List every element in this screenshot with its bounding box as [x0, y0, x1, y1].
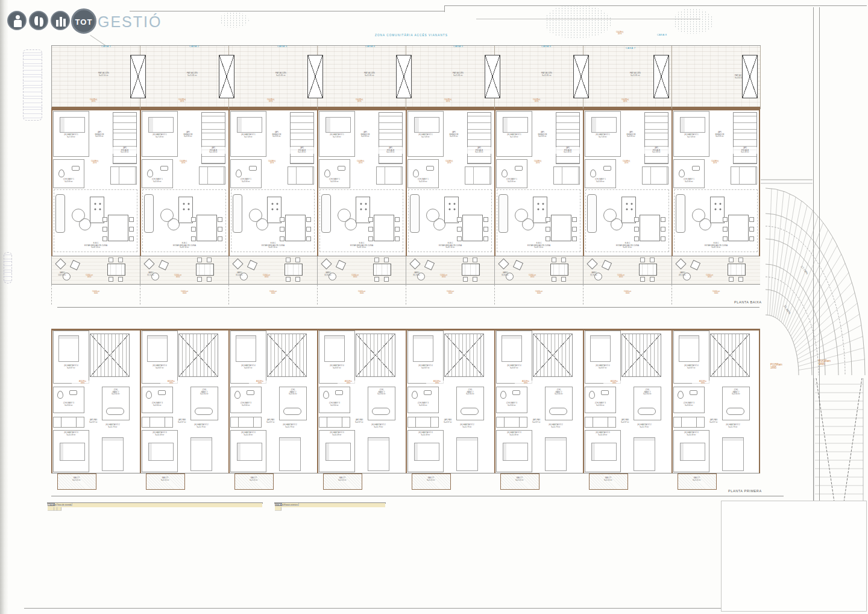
garden: JARDÍ 104.92 m² C030Lan 1650	[51, 256, 140, 285]
dimension-label: C030Lan 1650	[699, 274, 720, 279]
ramp-text: 17.79%	[800, 265, 810, 275]
ramp-line	[776, 197, 796, 318]
garden: JARDÍ 30.44 m² C030Lan 1650	[228, 256, 317, 285]
garden-label: JARDÍ 31.51 m²	[142, 272, 160, 276]
lounge-chair	[321, 258, 332, 269]
room-label-bany3: (CH) BANY 3 S=3.84 m²	[319, 402, 350, 407]
dimension-label: C030Lan 1650	[167, 274, 189, 279]
dining-table	[551, 215, 571, 241]
ramp-line	[793, 273, 849, 342]
bed	[148, 443, 174, 461]
room-label-habitacio1: (H) HABITACIÓ 1 S=7.09 m²	[409, 134, 442, 138]
sheet-border-bottom	[24, 608, 820, 609]
first-floor-unit: (H) HABITACIÓ 4 S=9.87 m² A315Pas 1895 (…	[140, 329, 228, 492]
staircase	[201, 112, 225, 164]
dimension-label: C040Lan 1640	[262, 291, 285, 295]
chair	[552, 258, 556, 262]
room-label-habitacio4: (H) HABITACIÓ 4 S=9.87 m²	[143, 365, 177, 369]
scan-edge-shadow	[0, 0, 8, 614]
lounge-chair	[159, 260, 169, 270]
bathroom-1	[319, 159, 350, 188]
toilet-icon	[679, 169, 685, 177]
room-label-pas: (AP) PAS S=4.97 m²	[85, 419, 102, 423]
room-label-escala: (AP) ESCALA S=5.38 m²	[377, 147, 404, 154]
bathtub-icon	[726, 408, 744, 415]
chair	[738, 258, 743, 262]
pati-acces-label: PATI ACCÉS S=21.85 m²	[265, 72, 297, 77]
dining-table	[374, 215, 394, 241]
ground-floor-unit: (H) HABITACIÓ 1 S=7.09 m² (AP) REBEDOR S…	[317, 109, 406, 305]
sink-icon	[601, 390, 609, 395]
armchair	[611, 218, 623, 230]
bathroom-1	[673, 159, 705, 188]
staircase-void	[178, 334, 218, 377]
pati-cell: PATI ACCÉS S=22.50 m²C002Pelj 1878	[52, 46, 140, 109]
chair	[218, 236, 222, 241]
chair	[463, 277, 468, 282]
toilet-icon	[413, 169, 419, 177]
dimension-label: C009Pelj 1878	[262, 160, 281, 165]
sofa	[676, 194, 685, 233]
dimension-label: C002Pelj 1878	[438, 99, 458, 103]
dimension-label: A315Pas 1895	[160, 381, 182, 385]
planter-box	[653, 55, 669, 98]
armchair	[79, 218, 91, 230]
chair	[561, 258, 566, 262]
planter-box	[307, 55, 323, 98]
room-label-habitacio2: (H) HABITACIÓ 2 S=11.79 m²	[444, 424, 490, 428]
room-label-rebedor: (AP) REBEDOR S=3.95 m²	[177, 131, 199, 138]
chair	[634, 217, 639, 222]
chair	[650, 258, 655, 262]
bed	[591, 117, 617, 133]
room-label-habitacio1: (H) HABITACIÓ 1 S=7.09 m²	[143, 134, 176, 138]
chair	[650, 277, 655, 282]
room-label-escala: (AP) ESCALA S=5.38 m²	[112, 147, 138, 154]
chair	[384, 258, 389, 262]
logo: TOT GESTIÓ	[4, 7, 154, 41]
sink-icon	[158, 390, 166, 395]
sofa	[498, 194, 508, 233]
bed	[368, 437, 389, 471]
toilet-icon	[57, 391, 63, 399]
sink-icon	[690, 390, 697, 395]
sink-icon	[512, 390, 520, 395]
sink-icon	[69, 390, 77, 395]
room-label-bany2: (CH) BANY 2 S=3.90 m²	[546, 389, 571, 396]
table-footer-row: Subtotal Tipus de vivenda734.04	[48, 503, 262, 507]
title-block	[721, 501, 867, 612]
pati-acces-band: PATI ACCÉS S=22.50 m²C002Pelj 1878PATI A…	[51, 45, 761, 109]
outdoor-dining-table	[196, 264, 214, 276]
wardrobe	[53, 417, 84, 428]
pati-acces-label: PATI ACCÉS S=21.85 m²	[177, 72, 208, 77]
room-label-estar-menjador-cuina: E-M-C ESTAR-MENJADOR-CUINA S=32.14 m²	[505, 242, 573, 249]
pati-acces-label: PATI ACCÉS S=21.85 m²	[354, 72, 385, 77]
plot-boundary: C040Lan 1640	[317, 285, 406, 305]
room-label-habitacio3: (H) HABITACIÓ 3 S=10.09 m²	[674, 432, 709, 436]
room-label-habitacio4: (H) HABITACIÓ 4 S=9.87 m²	[497, 365, 531, 369]
chair	[286, 258, 291, 262]
bed	[279, 437, 301, 471]
first-floor-unit: (H) HABITACIÓ 4 S=9.87 m² A315Pas 1895 (…	[228, 329, 317, 492]
access-ramp: 17.79%21.60%P115Ram1895P141Ram1895P150Ra…	[761, 176, 868, 553]
staircase-void	[267, 334, 307, 377]
pati-cell: PATI ACCÉS S=21.85 m²C002Pelj 1878	[140, 46, 229, 109]
pati-acces-label: PATI ACCÉS S=21.85 m²	[620, 72, 651, 77]
lounge-chair	[424, 260, 435, 270]
dimension-label: C030Lan 1650	[78, 274, 100, 279]
room-label-bany3: (CH) BANY 3 S=3.84 m²	[54, 402, 84, 407]
chair	[374, 258, 379, 262]
chair	[129, 227, 134, 232]
room-label-rebedor: (AP) REBEDOR S=3.95 m²	[709, 131, 731, 138]
sink-icon	[72, 166, 80, 171]
kitchen-counter	[376, 166, 403, 185]
chair	[191, 227, 196, 232]
dimension-label: A315Pas 1895	[249, 381, 271, 385]
chair	[191, 236, 196, 241]
margin-sketch	[4, 252, 12, 283]
room-label-bany3: (CH) BANY 3 S=3.84 m²	[674, 402, 704, 407]
armchair	[168, 218, 180, 230]
room-label-habitacio2: (H) HABITACIÓ 2 S=11.79 m²	[621, 424, 667, 428]
garden: JARDÍ 36.19 m² C030Lan 1650	[406, 256, 494, 285]
armchair	[345, 218, 357, 230]
chair	[197, 258, 202, 262]
